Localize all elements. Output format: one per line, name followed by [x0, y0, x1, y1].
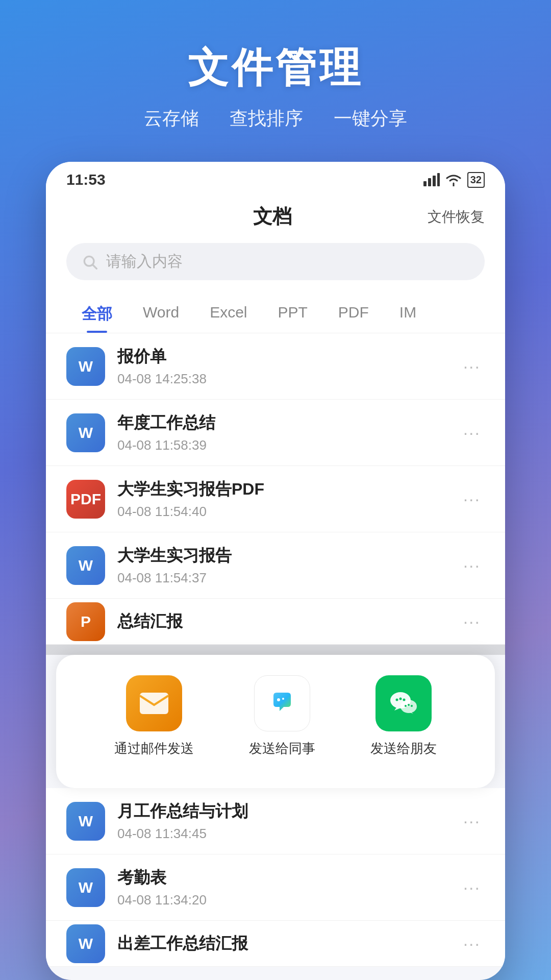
- page-header: 文件管理 云存储 查找排序 一键分享: [0, 0, 551, 141]
- file-info-3: 大学生实习报告 04-08 11:54:37: [117, 545, 447, 586]
- search-icon: [82, 254, 98, 270]
- file-restore-button[interactable]: 文件恢复: [428, 207, 485, 227]
- colleague-icon: [264, 685, 300, 721]
- file-icon-word-5: W: [66, 802, 105, 841]
- tab-ppt[interactable]: PPT: [263, 296, 323, 333]
- colleague-share-label: 发送给同事: [249, 740, 315, 757]
- file-icon-word: W: [66, 347, 105, 386]
- file-icon-ppt: P: [66, 602, 105, 641]
- svg-rect-3: [437, 173, 440, 186]
- file-more-0[interactable]: ···: [459, 356, 485, 376]
- envelope-icon: [139, 691, 169, 716]
- header-subtitle: 云存储 查找排序 一键分享: [0, 106, 551, 131]
- file-more-4[interactable]: ···: [459, 611, 485, 631]
- file-name-2: 大学生实习报告PDF: [117, 478, 447, 501]
- file-item-0[interactable]: W 报价单 04-08 14:25:38 ···: [46, 333, 505, 400]
- share-item-email[interactable]: 通过邮件发送: [114, 675, 194, 757]
- file-more-1[interactable]: ···: [459, 423, 485, 443]
- file-date-1: 04-08 11:58:39: [117, 437, 447, 453]
- svg-point-12: [396, 699, 398, 701]
- search-input[interactable]: 请输入内容: [106, 251, 183, 272]
- tab-word[interactable]: Word: [128, 296, 194, 333]
- file-date-0: 04-08 14:25:38: [117, 371, 447, 387]
- file-item-1[interactable]: W 年度工作总结 04-08 11:58:39 ···: [46, 400, 505, 466]
- file-list-bottom: W 月工作总结与计划 04-08 11:34:45 ··· W 考勤表 04-0…: [46, 788, 505, 967]
- svg-point-15: [405, 705, 407, 707]
- tabs-bar: 全部 Word Excel PPT PDF IM: [46, 290, 505, 333]
- file-name-6: 考勤表: [117, 867, 447, 889]
- file-info-7: 出差工作总结汇报: [117, 933, 447, 955]
- file-info-5: 月工作总结与计划 04-08 11:34:45: [117, 800, 447, 842]
- share-item-wechat[interactable]: 发送给朋友: [370, 675, 437, 757]
- tab-all[interactable]: 全部: [66, 296, 128, 333]
- svg-rect-1: [428, 178, 431, 186]
- svg-point-11: [400, 700, 417, 713]
- phone-mockup: 11:53 32 文档 文件恢复: [46, 162, 505, 980]
- file-icon-word-7: W: [66, 924, 105, 963]
- file-date-3: 04-08 11:54:37: [117, 570, 447, 586]
- subtitle-item-3: 一键分享: [334, 106, 407, 131]
- share-popup: 通过邮件发送: [56, 655, 495, 788]
- share-item-colleague[interactable]: 发送给同事: [249, 675, 315, 757]
- svg-point-13: [399, 698, 402, 700]
- file-info-0: 报价单 04-08 14:25:38: [117, 346, 447, 387]
- tab-pdf[interactable]: PDF: [323, 296, 384, 333]
- svg-point-16: [408, 704, 410, 706]
- svg-point-17: [411, 705, 413, 707]
- share-popup-wrapper: 通过邮件发送: [46, 645, 505, 788]
- subtitle-item-2: 查找排序: [230, 106, 303, 131]
- wechat-share-icon: [375, 675, 432, 731]
- svg-point-14: [403, 699, 406, 701]
- svg-point-9: [282, 698, 284, 700]
- svg-rect-2: [433, 176, 436, 186]
- status-bar: 11:53 32: [46, 162, 505, 193]
- status-icons: 32: [423, 172, 485, 188]
- wechat-share-label: 发送给朋友: [370, 740, 437, 757]
- file-item-2[interactable]: PDF 大学生实习报告PDF 04-08 11:54:40 ···: [46, 466, 505, 532]
- file-item-3[interactable]: W 大学生实习报告 04-08 11:54:37 ···: [46, 532, 505, 599]
- file-info-6: 考勤表 04-08 11:34:20: [117, 867, 447, 908]
- file-info-1: 年度工作总结 04-08 11:58:39: [117, 412, 447, 453]
- signal-icon: [423, 173, 440, 186]
- battery-level: 32: [470, 174, 482, 186]
- file-name-7: 出差工作总结汇报: [117, 933, 447, 955]
- file-name-0: 报价单: [117, 346, 447, 368]
- email-share-icon: [126, 675, 182, 731]
- svg-rect-6: [140, 693, 168, 714]
- file-list: W 报价单 04-08 14:25:38 ··· W 年度工作总结 04-08 …: [46, 333, 505, 645]
- file-date-6: 04-08 11:34:20: [117, 892, 447, 908]
- file-info-4: 总结汇报: [117, 610, 447, 633]
- subtitle-item-1: 云存储: [144, 106, 199, 131]
- file-date-5: 04-08 11:34:45: [117, 826, 447, 842]
- file-icon-word-1: W: [66, 413, 105, 452]
- file-more-2[interactable]: ···: [459, 489, 485, 509]
- file-name-1: 年度工作总结: [117, 412, 447, 434]
- svg-point-8: [277, 698, 280, 701]
- file-icon-pdf: PDF: [66, 480, 105, 519]
- file-name-4: 总结汇报: [117, 610, 447, 633]
- file-more-3[interactable]: ···: [459, 555, 485, 575]
- tab-im[interactable]: IM: [384, 296, 432, 333]
- file-item-6[interactable]: W 考勤表 04-08 11:34:20 ···: [46, 854, 505, 921]
- file-item-4[interactable]: P 总结汇报 ···: [46, 599, 505, 645]
- overlay-top: [46, 645, 505, 655]
- file-name-3: 大学生实习报告: [117, 545, 447, 567]
- file-more-7[interactable]: ···: [459, 934, 485, 953]
- app-title: 文档: [253, 204, 292, 230]
- app-header: 文档 文件恢复: [46, 193, 505, 235]
- search-area: 请输入内容: [46, 235, 505, 290]
- file-more-5[interactable]: ···: [459, 811, 485, 831]
- file-more-6[interactable]: ···: [459, 877, 485, 897]
- file-name-5: 月工作总结与计划: [117, 800, 447, 823]
- file-item-5[interactable]: W 月工作总结与计划 04-08 11:34:45 ···: [46, 788, 505, 854]
- wechat-icon: [385, 685, 422, 722]
- tab-excel[interactable]: Excel: [194, 296, 262, 333]
- search-bar[interactable]: 请输入内容: [66, 243, 485, 280]
- status-time: 11:53: [66, 171, 106, 188]
- file-info-2: 大学生实习报告PDF 04-08 11:54:40: [117, 478, 447, 520]
- wifi-icon: [445, 173, 462, 186]
- file-item-7[interactable]: W 出差工作总结汇报 ···: [46, 921, 505, 967]
- file-icon-word-3: W: [66, 546, 105, 585]
- page-title: 文件管理: [0, 41, 551, 96]
- colleague-share-icon: [254, 675, 310, 731]
